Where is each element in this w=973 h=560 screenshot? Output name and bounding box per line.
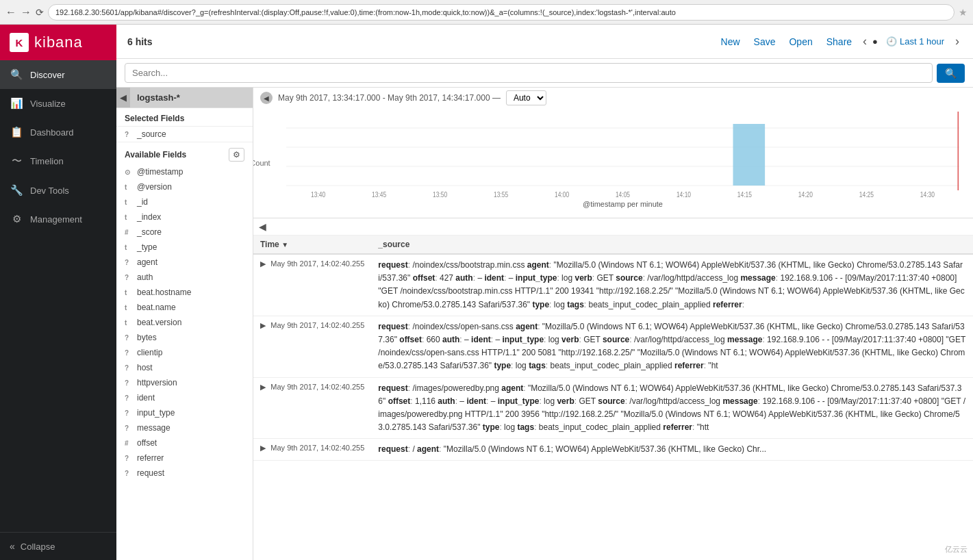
field-item[interactable]: t_id [116, 194, 253, 209]
field-key: source [598, 396, 624, 406]
results-area: ◀ Time ▼ _source ▶ May 9 [253, 218, 973, 560]
result-time: May 9th 2017, 14:02:40.255 [270, 259, 364, 268]
sidebar: K kibana 🔍 Discover 📊 Visualize 📋 Dashbo… [0, 25, 116, 560]
field-type-icon: # [125, 229, 133, 236]
field-key: agent [417, 444, 439, 454]
sidebar-item-discover[interactable]: 🔍 Discover [0, 60, 116, 89]
reload-btn[interactable]: ⟳ [36, 7, 44, 18]
expand-row-btn[interactable]: ▶ [260, 444, 266, 453]
field-name-label: clientip [137, 348, 162, 357]
available-fields-header: Available Fields [125, 150, 186, 160]
svg-rect-8 [733, 124, 766, 186]
sidebar-item-devtools[interactable]: 🔧 Dev Tools [0, 176, 116, 205]
field-item[interactable]: ?input_type [116, 405, 253, 420]
back-btn[interactable]: ← [5, 6, 16, 18]
field-item[interactable]: ?ident [116, 390, 253, 405]
expand-row-btn[interactable]: ▶ [260, 259, 266, 268]
save-button[interactable]: Save [748, 34, 781, 50]
svg-text:13:45: 13:45 [372, 191, 386, 199]
field-item[interactable]: t_type [116, 240, 253, 255]
svg-text:13:50: 13:50 [433, 191, 447, 199]
interval-select[interactable]: Auto [506, 90, 546, 105]
field-item[interactable]: ?message [116, 420, 253, 435]
collapse-icon: « [10, 541, 15, 552]
left-collapse-btn[interactable]: ◀ [116, 88, 130, 107]
sidebar-item-label-discover: Discover [30, 70, 65, 80]
field-key: input_type [516, 273, 557, 283]
field-name-label: beat.hostname [137, 288, 191, 297]
field-item[interactable]: ?bytes [116, 330, 253, 345]
chevron-right-btn[interactable]: › [952, 33, 962, 50]
field-item[interactable]: t@version [116, 179, 253, 194]
field-item[interactable]: #offset [116, 435, 253, 450]
col-time[interactable]: Time ▼ [253, 236, 371, 254]
field-key: message [722, 396, 757, 406]
sidebar-collapse[interactable]: « Collapse [0, 532, 116, 560]
field-type-icon: ? [125, 424, 133, 432]
sidebar-nav: 🔍 Discover 📊 Visualize 📋 Dashboard 〜 Tim… [0, 60, 116, 532]
field-type-icon: ? [125, 455, 133, 462]
search-input[interactable] [125, 63, 933, 83]
field-name-label: _id [137, 197, 148, 207]
field-item[interactable]: ?httpversion [116, 375, 253, 390]
results-back-btn[interactable]: ◀ [259, 221, 266, 232]
field-item[interactable]: tbeat.version [116, 315, 253, 330]
field-item[interactable]: ?request [116, 466, 253, 481]
source-field-item[interactable]: ? _source [116, 127, 253, 142]
field-item[interactable]: ?host [116, 360, 253, 375]
field-type-icon: ? [125, 379, 133, 387]
discover-icon: 🔍 [10, 68, 23, 81]
field-type-icon: ? [125, 394, 133, 402]
field-item[interactable]: #_score [116, 225, 253, 240]
time-range-label: Last 1 hour [900, 36, 944, 47]
field-type-icon: ? [125, 334, 133, 342]
result-time: May 9th 2017, 14:02:40.255 [270, 444, 364, 452]
sidebar-item-label-visualize: Visualize [30, 99, 66, 109]
field-name-label: referrer [137, 453, 164, 463]
field-item[interactable]: ?clientip [116, 345, 253, 360]
time-range-button[interactable]: 🕘 Last 1 hour [881, 34, 950, 49]
field-item[interactable]: ⊙@timestamp [116, 164, 253, 179]
fields-gear-btn[interactable]: ⚙ [229, 148, 244, 162]
field-name-label: input_type [137, 408, 175, 418]
field-name-label: _score [137, 227, 162, 237]
field-key: request [378, 444, 407, 454]
sidebar-item-dashboard[interactable]: 📋 Dashboard [0, 118, 116, 147]
expand-row-btn[interactable]: ▶ [260, 383, 266, 392]
field-item[interactable]: t_index [116, 209, 253, 225]
open-button[interactable]: Open [783, 34, 818, 50]
field-item[interactable]: tbeat.name [116, 300, 253, 315]
field-key: auth [455, 273, 472, 283]
field-key: offset [388, 396, 411, 406]
field-key: referrer [713, 300, 742, 309]
sidebar-item-timelion[interactable]: 〜 Timelion [0, 147, 116, 176]
field-item[interactable]: ?auth [116, 270, 253, 285]
field-name-label: httpversion [137, 378, 177, 387]
table-row: ▶ May 9th 2017, 14:02:40.255 request: /n… [253, 254, 973, 316]
field-key: auth [442, 335, 459, 344]
field-type-icon: ? [125, 274, 133, 281]
chevron-left-btn[interactable]: ‹ [860, 33, 870, 50]
expand-row-btn[interactable]: ▶ [260, 321, 266, 330]
chart-collapse-btn[interactable]: ◀ [260, 92, 273, 104]
svg-text:14:25: 14:25 [859, 191, 874, 199]
sidebar-item-management[interactable]: ⚙ Management [0, 205, 116, 233]
forward-btn[interactable]: → [21, 6, 31, 18]
search-button[interactable]: 🔍 [937, 64, 965, 83]
field-name-label: @version [137, 182, 172, 192]
timelion-icon: 〜 [10, 155, 23, 168]
bookmark-btn[interactable]: ★ [959, 7, 968, 18]
share-button[interactable]: Share [821, 34, 857, 50]
field-key: message [740, 273, 775, 283]
field-item[interactable]: ?agent [116, 255, 253, 270]
new-button[interactable]: New [716, 34, 746, 50]
svg-text:14:20: 14:20 [798, 191, 813, 199]
index-pattern-label[interactable]: logstash-* [130, 88, 253, 107]
field-key: message [727, 335, 762, 344]
field-item[interactable]: tbeat.hostname [116, 285, 253, 300]
field-key: ident [484, 273, 504, 283]
sidebar-item-visualize[interactable]: 📊 Visualize [0, 89, 116, 118]
field-item[interactable]: ?referrer [116, 450, 253, 466]
field-key: tags [517, 422, 534, 432]
field-type-icon: t [125, 183, 133, 191]
